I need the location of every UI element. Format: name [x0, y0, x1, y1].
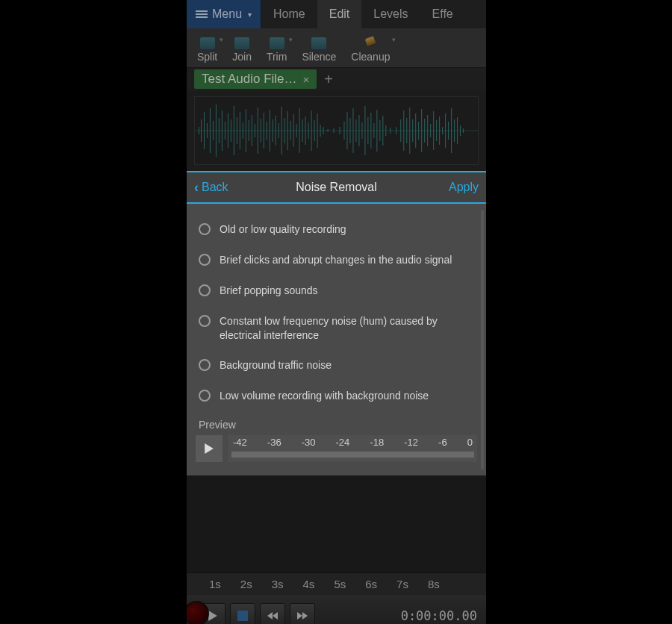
svg-rect-41: [317, 113, 318, 148]
meter-bar: [231, 452, 474, 458]
svg-rect-1: [199, 127, 199, 134]
svg-rect-70: [418, 122, 419, 140]
svg-rect-60: [382, 116, 383, 146]
svg-rect-23: [264, 113, 264, 149]
tool-cleanup-label: Cleanup: [351, 51, 390, 63]
option-low-volume[interactable]: Low volume recording with background noi…: [196, 381, 477, 411]
svg-rect-39: [311, 110, 312, 151]
svg-rect-10: [225, 122, 225, 140]
svg-rect-84: [460, 125, 461, 136]
tab-edit[interactable]: Edit: [317, 0, 362, 28]
svg-rect-31: [287, 111, 288, 150]
tick: 0: [467, 437, 473, 448]
tool-split-label: Split: [197, 51, 217, 63]
svg-rect-36: [302, 119, 303, 142]
svg-rect-71: [421, 109, 422, 152]
svg-rect-42: [320, 125, 321, 137]
svg-rect-45: [334, 128, 335, 133]
apply-button[interactable]: Apply: [449, 181, 479, 194]
svg-rect-49: [349, 118, 350, 143]
tab-home[interactable]: Home: [261, 0, 317, 28]
menu-button[interactable]: Menu ▾: [187, 0, 261, 28]
svg-rect-72: [424, 119, 425, 143]
editor-area[interactable]: [187, 475, 486, 572]
svg-rect-38: [308, 122, 309, 139]
svg-rect-12: [231, 119, 231, 142]
stop-icon: [237, 611, 248, 621]
option-traffic[interactable]: Background traffic noise: [196, 350, 477, 381]
close-icon[interactable]: ×: [303, 73, 310, 86]
back-label: Back: [202, 181, 228, 194]
svg-rect-74: [430, 124, 431, 137]
tool-join[interactable]: Join: [225, 34, 259, 67]
svg-rect-50: [352, 108, 353, 153]
stop-button[interactable]: [230, 603, 255, 624]
add-tab-button[interactable]: +: [324, 71, 333, 88]
option-clicks[interactable]: Brief clicks and abrupt changes in the a…: [196, 245, 477, 275]
cleanup-icon: [363, 37, 378, 49]
svg-rect-64: [400, 119, 401, 142]
timeline-ruler[interactable]: 1s 2s 3s 4s 5s 6s 7s 8s: [187, 572, 486, 595]
svg-rect-61: [385, 125, 386, 136]
tick: -24: [336, 437, 350, 448]
back-button[interactable]: ‹ Back: [194, 180, 228, 196]
svg-rect-63: [396, 127, 396, 134]
preview-play-button[interactable]: [196, 435, 223, 462]
time-tick: 6s: [365, 578, 377, 590]
tab-levels[interactable]: Levels: [361, 0, 420, 28]
svg-rect-17: [246, 109, 246, 152]
rewind-button[interactable]: [260, 603, 285, 624]
svg-rect-59: [379, 120, 380, 141]
svg-rect-8: [219, 118, 220, 143]
tick: -30: [302, 437, 316, 448]
forward-button[interactable]: [290, 603, 315, 624]
svg-rect-82: [454, 119, 455, 142]
svg-rect-73: [427, 115, 428, 146]
tool-trim[interactable]: ▾Trim: [259, 34, 294, 67]
tool-split[interactable]: ▾Split: [190, 34, 225, 67]
level-meter: -42 -36 -30 -24 -18 -12 -6 0: [228, 435, 477, 462]
radio-icon: [199, 390, 211, 402]
svg-rect-46: [339, 127, 340, 134]
svg-rect-40: [314, 120, 315, 141]
radio-icon: [199, 315, 211, 327]
file-tab[interactable]: Test Audio File… ×: [194, 69, 317, 89]
svg-marker-87: [208, 611, 217, 621]
svg-rect-58: [376, 110, 377, 152]
svg-marker-92: [302, 612, 308, 620]
svg-rect-85: [463, 128, 464, 133]
option-label: Constant low frequency noise (hum) cause…: [220, 314, 474, 343]
svg-rect-77: [439, 116, 440, 145]
tick: -12: [404, 437, 418, 448]
svg-rect-43: [323, 127, 324, 134]
option-label: Brief clicks and abrupt changes in the a…: [220, 253, 452, 267]
radio-icon: [199, 223, 211, 235]
svg-marker-90: [267, 612, 273, 620]
tool-silence[interactable]: Silence: [294, 34, 343, 67]
forward-icon: [297, 611, 308, 621]
svg-rect-56: [370, 113, 371, 149]
time-tick: 2s: [240, 578, 252, 590]
svg-rect-3: [204, 112, 205, 149]
play-icon: [204, 443, 214, 454]
option-label: Low volume recording with background noi…: [220, 389, 429, 403]
record-button[interactable]: [187, 601, 209, 624]
svg-rect-34: [296, 124, 297, 137]
svg-rect-79: [445, 113, 446, 148]
svg-rect-5: [210, 108, 211, 153]
preview-label: Preview: [199, 419, 477, 431]
tool-cleanup[interactable]: ▾Cleanup: [343, 34, 397, 67]
option-popping[interactable]: Brief popping sounds: [196, 275, 477, 306]
waveform-overview[interactable]: [194, 96, 479, 165]
svg-rect-4: [207, 123, 208, 138]
svg-rect-52: [358, 115, 359, 146]
time-tick: 1s: [209, 578, 221, 590]
option-old-recording[interactable]: Old or low quality recording: [196, 214, 477, 245]
time-tick: 4s: [303, 578, 315, 590]
option-hum[interactable]: Constant low frequency noise (hum) cause…: [196, 306, 477, 351]
tab-effects[interactable]: Effe: [420, 0, 465, 28]
tick: -42: [233, 437, 247, 448]
svg-marker-86: [205, 443, 214, 454]
svg-rect-78: [442, 127, 443, 134]
svg-rect-47: [343, 122, 344, 140]
